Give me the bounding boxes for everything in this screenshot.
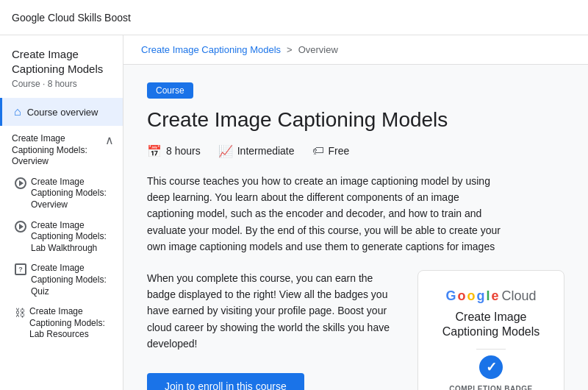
content-area: Create Image Captioning Models > Overvie… <box>123 35 588 390</box>
link-icon: ⛓ <box>15 307 25 319</box>
breadcrumb-separator: > <box>287 44 293 55</box>
badge-label: COMPLETION BADGE <box>449 385 533 390</box>
calendar-icon: 📅 <box>147 144 162 158</box>
google-cloud-logo: Google Cloud <box>445 288 536 304</box>
l-letter: l <box>486 288 490 304</box>
home-icon: ⌂ <box>14 105 21 118</box>
content-body: Course Create Image Captioning Models 📅 … <box>123 65 588 390</box>
price-value: Free <box>329 145 350 157</box>
play-circle-icon <box>15 177 26 189</box>
sidebar-item-text: Create Image Captioning Models: Overview <box>31 177 114 211</box>
enroll-button[interactable]: Join to enroll in this course <box>147 373 304 391</box>
e-letter: e <box>491 288 498 304</box>
sidebar: Create Image Captioning Models Course · … <box>0 35 123 390</box>
play-circle-icon <box>15 221 26 233</box>
cloud-text: Cloud <box>502 288 537 304</box>
play-triangle <box>19 180 24 186</box>
completion-section: When you complete this course, you can e… <box>147 270 564 390</box>
list-item[interactable]: Create Image Captioning Models: Lab Walk… <box>0 216 123 259</box>
sidebar-section-title: Create Image Captioning Models: Overview <box>12 133 102 168</box>
course-overview-nav[interactable]: ⌂ Course overview <box>0 98 123 126</box>
top-header: Google Cloud Skills Boost <box>0 0 588 35</box>
badge-card: Google Cloud Create Image Captioning Mod… <box>417 270 564 390</box>
price-meta: 🏷 Free <box>312 144 350 157</box>
sidebar-section-header[interactable]: Create Image Captioning Models: Overview… <box>0 126 123 172</box>
badge-check-circle: ✓ <box>479 355 503 379</box>
course-tag: Course <box>147 82 193 99</box>
badge-divider <box>476 349 506 350</box>
page-title: Create Image Captioning Models <box>147 107 564 132</box>
badge-title: Create Image Captioning Models <box>430 310 552 341</box>
completion-text-block: When you complete this course, you can e… <box>147 270 394 390</box>
g-letter: G <box>445 288 456 304</box>
sidebar-course-meta: Course · 8 hours <box>0 79 123 98</box>
list-item[interactable]: ⛓ Create Image Captioning Models: Lab Re… <box>0 302 123 345</box>
check-icon: ✓ <box>486 359 497 375</box>
list-item[interactable]: ? Create Image Captioning Models: Quiz <box>0 258 123 302</box>
breadcrumb-link[interactable]: Create Image Captioning Models <box>141 44 281 55</box>
level-meta: 📈 Intermediate <box>218 144 295 158</box>
o-letter-2: o <box>467 288 475 304</box>
app-title: Google Cloud Skills Boost <box>12 12 131 24</box>
duration-value: 8 hours <box>166 145 201 157</box>
level-value: Intermediate <box>237 145 295 157</box>
sidebar-item-text: Create Image Captioning Models: Lab Walk… <box>31 220 114 255</box>
chevron-up-icon: ∧ <box>105 133 114 147</box>
course-meta-row: 📅 8 hours 📈 Intermediate 🏷 Free <box>147 144 564 158</box>
list-item[interactable]: Create Image Captioning Models: Overview <box>0 172 123 216</box>
enroll-section: Join to enroll in this course <box>147 373 394 391</box>
quiz-icon: ? <box>15 263 26 275</box>
o-letter-1: o <box>457 288 465 304</box>
chart-icon: 📈 <box>218 144 233 158</box>
breadcrumb-current: Overview <box>298 44 338 55</box>
breadcrumb: Create Image Captioning Models > Overvie… <box>123 35 588 65</box>
tag-icon: 🏷 <box>312 144 324 157</box>
main-layout: Create Image Captioning Models Course · … <box>0 35 588 390</box>
play-triangle <box>19 224 24 230</box>
nav-item-label: Course overview <box>27 107 98 118</box>
duration-meta: 📅 8 hours <box>147 144 201 158</box>
sidebar-item-text: Create Image Captioning Models: Lab Reso… <box>29 306 114 341</box>
sidebar-item-text: Create Image Captioning Models: Quiz <box>31 263 114 297</box>
g-letter-2: g <box>476 288 484 304</box>
sidebar-course-title: Create Image Captioning Models <box>0 35 123 79</box>
course-description: This course teaches you how to create an… <box>147 173 507 255</box>
completion-text: When you complete this course, you can e… <box>147 270 394 352</box>
